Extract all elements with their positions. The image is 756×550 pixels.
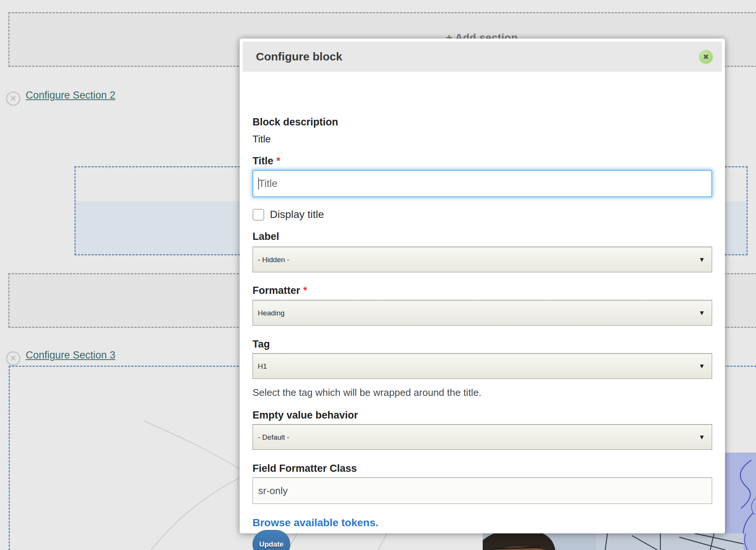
empty-value-select[interactable]: - Default - ▼ xyxy=(253,424,712,450)
title-field-label: Title* xyxy=(253,155,280,167)
tag-field-label: Tag xyxy=(253,338,270,350)
title-input[interactable] xyxy=(253,170,712,197)
empty-value-select-value: - Default - xyxy=(258,425,289,450)
configure-block-dialog: Configure block ✖ Block description Titl… xyxy=(240,39,725,533)
formatter-class-field-label: Field Formatter Class xyxy=(253,463,357,474)
label-field-label: Label xyxy=(253,231,279,243)
label-select[interactable]: - Hidden - ▼ xyxy=(253,247,712,272)
block-description-label: Block description xyxy=(253,116,338,128)
remove-section-3-icon[interactable]: ✕ xyxy=(6,351,20,366)
display-title-checkbox[interactable] xyxy=(253,209,264,221)
formatter-class-input[interactable] xyxy=(253,477,712,504)
formatter-field-label: Formatter* xyxy=(253,285,307,297)
text-cursor xyxy=(258,178,259,190)
chevron-down-icon: ▼ xyxy=(699,354,705,379)
dialog-titlebar[interactable]: Configure block ✖ xyxy=(243,42,722,72)
formatter-select-value: Heading xyxy=(258,300,285,326)
close-icon[interactable]: ✖ xyxy=(699,50,713,64)
display-title-label: Display title xyxy=(270,209,324,221)
required-asterisk: * xyxy=(276,155,280,167)
tag-select-value: H1 xyxy=(258,354,267,379)
browse-tokens-link[interactable]: Browse available tokens. xyxy=(253,517,378,529)
layout-builder-page: + Add section ✕ Configure Section 2 ✕ Co… xyxy=(0,0,756,550)
remove-section-2-icon[interactable]: ✕ xyxy=(6,91,20,106)
chevron-down-icon: ▼ xyxy=(699,300,705,326)
hero-photo-image xyxy=(483,533,748,550)
label-select-value: - Hidden - xyxy=(258,247,289,273)
empty-value-field-label: Empty value behavior xyxy=(253,409,358,421)
formatter-select[interactable]: Heading ▼ xyxy=(253,300,712,326)
tag-select[interactable]: H1 ▼ xyxy=(253,353,712,379)
dialog-title: Configure block xyxy=(256,42,342,72)
chevron-down-icon: ▼ xyxy=(699,247,705,273)
tag-field-description: Select the tag which will be wrapped aro… xyxy=(253,387,482,399)
chevron-down-icon: ▼ xyxy=(699,425,705,450)
configure-section-3-link[interactable]: Configure Section 3 xyxy=(26,349,115,361)
block-description-value: Title xyxy=(253,133,271,145)
dialog-body: Block description Title Title* Display t… xyxy=(253,72,712,533)
configure-section-2-link[interactable]: Configure Section 2 xyxy=(26,90,115,101)
update-button[interactable]: Update xyxy=(253,530,290,550)
required-asterisk: * xyxy=(303,285,307,296)
